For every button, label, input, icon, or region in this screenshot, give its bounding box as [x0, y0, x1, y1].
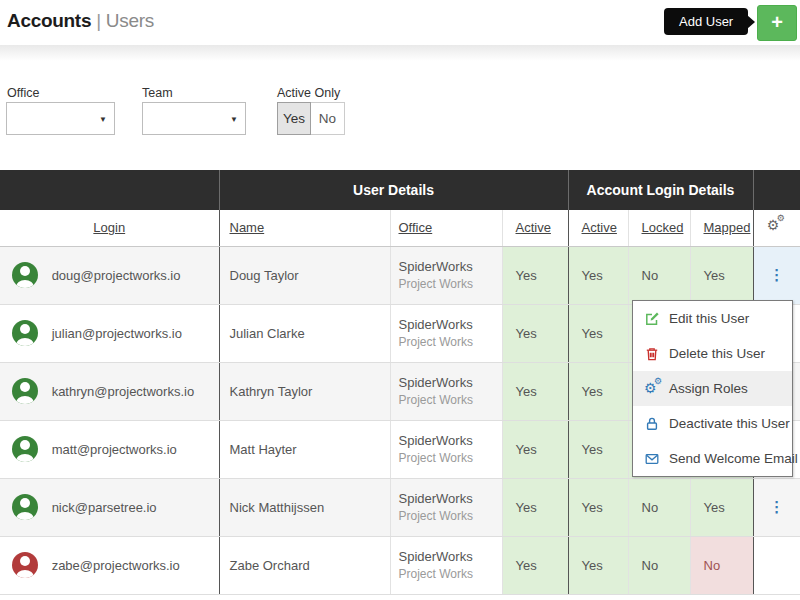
login-cell: nick@parsetree.io	[0, 478, 219, 536]
login-active-cell: Yes	[568, 362, 628, 420]
table-row: zabe@projectworks.io Zabe Orchard Spider…	[0, 536, 800, 594]
lock-icon	[644, 416, 660, 432]
menu-item-send-welcome-email[interactable]: Send Welcome Email	[633, 441, 792, 476]
users-page: Accounts|Users Add User + Office Team Ac…	[0, 0, 800, 600]
chevron-down-icon: ▼	[230, 114, 238, 123]
group-header-actions	[753, 170, 800, 210]
breadcrumb: Accounts|Users	[7, 10, 154, 32]
menu-item-deactivate-user[interactable]: Deactivate this User	[633, 406, 792, 441]
menu-item-delete-user[interactable]: Delete this User	[633, 336, 792, 371]
user-name: Matt Hayter	[219, 420, 390, 478]
column-header-login[interactable]: Login	[0, 210, 219, 246]
active-cell: Yes	[502, 246, 568, 304]
menu-item-label: Deactivate this User	[669, 416, 790, 431]
ellipsis-icon[interactable]: ⋮	[769, 498, 784, 515]
mapped-cell: No	[690, 536, 753, 594]
login-cell: julian@projectworks.io	[0, 304, 219, 362]
page-title: Users	[106, 10, 154, 31]
mapped-cell: Yes	[690, 478, 753, 536]
login-active-cell: Yes	[568, 304, 628, 362]
breadcrumb-section: Accounts	[7, 10, 91, 31]
column-header-mapped[interactable]: Mapped	[690, 210, 753, 246]
user-login: nick@parsetree.io	[52, 500, 157, 515]
user-login: matt@projectworks.io	[52, 442, 177, 457]
active-cell: Yes	[502, 536, 568, 594]
menu-item-label: Edit this User	[669, 311, 749, 326]
login-cell: doug@projectworks.io	[0, 246, 219, 304]
user-login: julian@projectworks.io	[52, 326, 182, 341]
add-user-tooltip: Add User	[664, 8, 748, 35]
team-select[interactable]: ▼	[142, 102, 246, 135]
column-header-office[interactable]: Office	[390, 210, 502, 246]
login-cell: zabe@projectworks.io	[0, 536, 219, 594]
column-header-name[interactable]: Name	[219, 210, 390, 246]
office-filter-label: Office	[7, 86, 39, 100]
group-header-empty	[0, 170, 219, 210]
group-header-user-details: User Details	[219, 170, 568, 210]
user-office: SpiderWorks Project Works	[390, 246, 502, 304]
login-active-cell: Yes	[568, 246, 628, 304]
user-avatar-icon	[12, 552, 38, 578]
login-active-cell: Yes	[568, 536, 628, 594]
active-cell: Yes	[502, 304, 568, 362]
active-cell: Yes	[502, 420, 568, 478]
login-cell: matt@projectworks.io	[0, 420, 219, 478]
menu-item-label: Send Welcome Email	[669, 451, 798, 466]
locked-cell: No	[628, 246, 690, 304]
row-actions-cell[interactable]: ⋮	[753, 478, 800, 536]
team-filter-label: Team	[142, 86, 173, 100]
user-name: Kathryn Taylor	[219, 362, 390, 420]
edit-icon	[644, 311, 660, 327]
row-actions-cell[interactable]: ⋮	[753, 246, 800, 304]
user-login: doug@projectworks.io	[52, 268, 181, 283]
office-select[interactable]: ▼	[6, 102, 115, 135]
table-row: doug@projectworks.io Doug Taylor SpiderW…	[0, 246, 800, 304]
column-header-active-login[interactable]: Active	[568, 210, 628, 246]
user-avatar-icon	[12, 494, 38, 520]
menu-item-label: Assign Roles	[669, 381, 748, 396]
user-avatar-icon	[12, 378, 38, 404]
add-user-button[interactable]: +	[757, 5, 797, 41]
table-row: nick@parsetree.io Nick Matthijssen Spide…	[0, 478, 800, 536]
menu-item-edit-user[interactable]: Edit this User	[633, 301, 792, 336]
tooltip-arrow	[747, 15, 755, 29]
active-cell: Yes	[502, 478, 568, 536]
column-header-locked[interactable]: Locked	[628, 210, 690, 246]
group-header-account-login: Account Login Details	[568, 170, 753, 210]
user-avatar-icon	[12, 436, 38, 462]
ellipsis-icon[interactable]: ⋮	[769, 266, 784, 283]
user-office: SpiderWorks Project Works	[390, 420, 502, 478]
user-office: SpiderWorks Project Works	[390, 362, 502, 420]
login-active-cell: Yes	[568, 478, 628, 536]
user-name: Doug Taylor	[219, 246, 390, 304]
active-only-yes-button[interactable]: Yes	[277, 102, 311, 135]
locked-cell: No	[628, 478, 690, 536]
login-active-cell: Yes	[568, 420, 628, 478]
locked-cell: No	[628, 536, 690, 594]
active-cell: Yes	[502, 362, 568, 420]
column-header-active-user[interactable]: Active	[502, 210, 568, 246]
login-cell: kathryn@projectworks.io	[0, 362, 219, 420]
row-context-menu: Edit this User Delete this User ⚙⚙ Assig…	[632, 300, 793, 477]
plus-icon: +	[771, 11, 783, 33]
user-login: zabe@projectworks.io	[52, 558, 180, 573]
user-avatar-icon	[12, 320, 38, 346]
active-only-toggle: Yes No	[277, 102, 345, 135]
row-actions-cell	[753, 536, 800, 594]
group-header-row: User Details Account Login Details	[0, 170, 800, 210]
breadcrumb-separator: |	[91, 10, 106, 31]
menu-item-label: Delete this User	[669, 346, 765, 361]
menu-item-assign-roles[interactable]: ⚙⚙ Assign Roles	[633, 371, 792, 406]
user-office: SpiderWorks Project Works	[390, 478, 502, 536]
user-name: Zabe Orchard	[219, 536, 390, 594]
gears-icon: ⚙⚙	[644, 381, 660, 397]
user-office: SpiderWorks Project Works	[390, 304, 502, 362]
gears-icon: ⚙⚙	[767, 218, 787, 234]
active-only-no-button[interactable]: No	[311, 102, 345, 135]
user-name: Julian Clarke	[219, 304, 390, 362]
trash-icon	[644, 346, 660, 362]
active-only-label: Active Only	[277, 86, 340, 100]
envelope-icon	[644, 451, 660, 467]
chevron-down-icon: ▼	[99, 114, 107, 123]
user-name: Nick Matthijssen	[219, 478, 390, 536]
